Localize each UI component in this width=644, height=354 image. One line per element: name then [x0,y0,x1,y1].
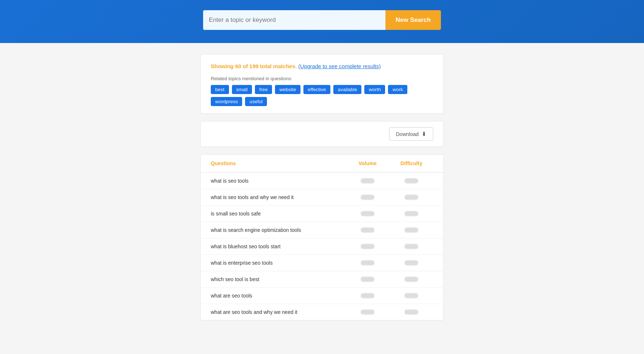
topic-tag[interactable]: wordpress [211,97,242,106]
volume-blur [361,277,375,282]
difficulty-blur [404,293,418,298]
question-cell: what is enterprise seo tools [211,260,346,266]
table-row[interactable]: which seo tool is best [201,271,443,288]
volume-cell [346,227,389,233]
topic-tag[interactable]: work [388,85,407,94]
volume-cell [346,277,389,282]
difficulty-cell [389,277,433,282]
question-cell: what are seo tools and why we need it [211,309,346,315]
difficulty-blur [404,310,418,315]
difficulty-blur [404,244,418,249]
download-label: Download [396,131,419,137]
question-cell: what is seo tools [211,178,346,184]
question-cell: is small seo tools safe [211,211,346,217]
table-body: what is seo toolswhat is seo tools and w… [201,173,443,320]
question-cell: what is bluehost seo tools start [211,244,346,249]
topic-tag[interactable]: free [255,85,272,94]
tags-container: bestsmallfreewebsiteeffectiveavailablewo… [211,85,433,106]
header: seo tools New Search [0,0,644,43]
table-row[interactable]: what is seo tools and why we need it [201,189,443,206]
question-cell: which seo tool is best [211,276,346,282]
results-summary: Showing 60 of 199 total matches. (Upgrad… [211,63,433,69]
difficulty-blur [404,227,418,233]
upgrade-link[interactable]: (Upgrade to see complete results) [298,63,381,69]
difficulty-blur [404,211,418,216]
table-row[interactable]: what is seo tools [201,173,443,189]
difficulty-blur [404,195,418,200]
volume-cell [346,244,389,249]
topic-tag[interactable]: useful [245,97,267,106]
table-row[interactable]: what is bluehost seo tools start [201,238,443,255]
difficulty-cell [389,244,433,249]
volume-blur [361,195,375,200]
topic-tag[interactable]: small [232,85,252,94]
table-row[interactable]: what is enterprise seo tools [201,255,443,271]
topic-tag[interactable]: best [211,85,229,94]
table-row[interactable]: is small seo tools safe [201,206,443,222]
table-row[interactable]: what are seo tools and why we need it [201,304,443,320]
volume-cell [346,293,389,298]
difficulty-cell [389,178,433,183]
volume-cell [346,211,389,216]
difficulty-cell [389,260,433,265]
results-count: Showing 60 of 199 total matches. [211,63,297,69]
topic-tag[interactable]: worth [364,85,385,94]
download-icon: ⬇ [422,131,426,137]
volume-cell [346,260,389,265]
table-card: Questions Volume Difficulty what is seo … [200,154,444,320]
related-label: Related topics mentioned in questions: [211,76,433,81]
difficulty-cell [389,211,433,216]
volume-blur [361,178,375,183]
topic-tag[interactable]: website [275,85,300,94]
volume-blur [361,227,375,233]
topic-tag[interactable]: available [333,85,361,94]
difficulty-cell [389,293,433,298]
volume-cell [346,195,389,200]
search-input[interactable]: seo tools [203,10,385,30]
volume-blur [361,293,375,298]
volume-cell [346,178,389,183]
col-difficulty-header: Difficulty [389,160,433,166]
table-row[interactable]: what is search engine optimization tools [201,222,443,238]
volume-blur [361,260,375,265]
difficulty-cell [389,195,433,200]
download-button[interactable]: Download ⬇ [389,127,433,141]
new-search-button[interactable]: New Search [385,10,441,30]
table-row[interactable]: what are seo tools [201,288,443,304]
col-questions-header: Questions [211,160,346,166]
difficulty-cell [389,227,433,233]
difficulty-blur [404,277,418,282]
download-section: Download ⬇ [200,121,444,147]
difficulty-blur [404,178,418,183]
col-volume-header: Volume [346,160,389,166]
question-cell: what are seo tools [211,293,346,299]
volume-blur [361,244,375,249]
question-cell: what is seo tools and why we need it [211,194,346,200]
difficulty-blur [404,260,418,265]
table-header: Questions Volume Difficulty [201,155,443,173]
question-cell: what is search engine optimization tools [211,227,346,233]
results-card: Showing 60 of 199 total matches. (Upgrad… [200,54,444,114]
main-content: Showing 60 of 199 total matches. (Upgrad… [194,54,450,320]
volume-blur [361,211,375,216]
volume-cell [346,310,389,315]
topic-tag[interactable]: effective [303,85,330,94]
volume-blur [361,310,375,315]
difficulty-cell [389,310,433,315]
